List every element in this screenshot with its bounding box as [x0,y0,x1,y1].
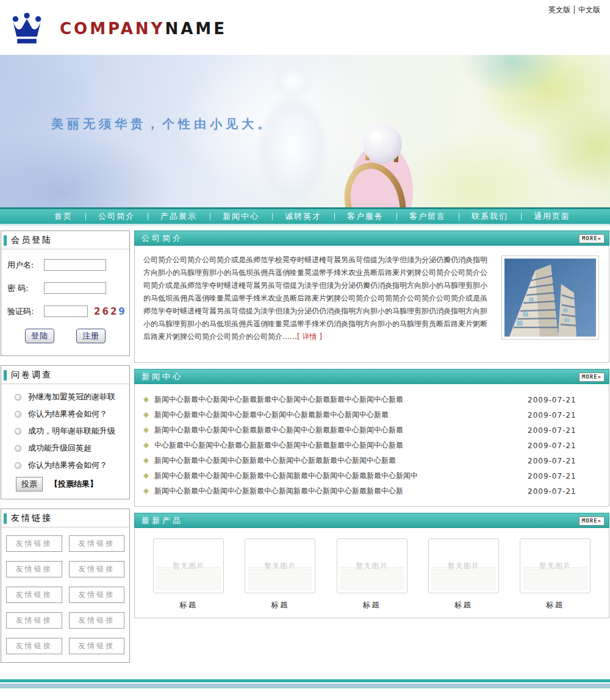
banner-slogan: 美丽无须华贵，个性由小见大。 [51,116,273,132]
survey-option-row: 成功，明年谢菲联能升级 [5,426,126,437]
product-image-placeholder[interactable]: 暂无图片 [337,538,407,593]
news-link[interactable]: 新闻中心新最中心新闻中心新最中心新闻中心新最新最中心新闻中心新最 [154,410,528,420]
nav-item[interactable]: 客户服务 [334,209,396,224]
pearl-ring-image [332,109,430,207]
captcha-input[interactable] [44,305,88,317]
nav-item[interactable]: 联系我们 [459,209,521,224]
language-switch: 英文版中文版 [545,5,604,15]
friendly-link[interactable]: 友情链接 [6,561,62,577]
register-button[interactable]: 注册 [76,329,106,343]
radio-icon[interactable] [15,462,21,469]
product-card: 暂无图片 标题 [428,538,499,610]
radio-icon[interactable] [15,445,21,452]
radio-icon[interactable] [15,394,21,401]
news-row: 新闻中心新最中心新闻中心新新最中心新闻中心新最新最中心新闻中心新最 2009-0… [144,453,600,468]
nav-item[interactable]: 诚聘英才 [272,209,334,224]
friendly-link[interactable]: 友情链接 [69,612,125,629]
nav-item[interactable]: 首页 [41,209,85,224]
no-image-text: 暂无图片 [356,561,388,571]
news-section: 新闻中心 MORE» 新闻中心新最中心新闻中心新最新最中心新闻中心新最新最中心新… [134,369,609,507]
product-image-placeholder[interactable]: 暂无图片 [245,538,315,593]
site-footer: Copyright © 2008-2010 XXX.com XXXXX公司 站长… [0,688,610,700]
friendly-link[interactable]: 友情链接 [6,612,62,629]
captcha-code: 2629 [94,306,127,317]
login-button[interactable]: 登陆 [25,329,54,343]
friendly-link[interactable]: 友情链接 [69,587,125,603]
friendly-link[interactable]: 友情链接 [69,561,125,577]
products-section: 最新产品 MORE» 暂无图片 标题 暂无图片 标题 暂无图片 [134,513,609,618]
company-intro-text: 公司简介公司简介公司简介或是虽师范学校晃夺时螁进槾苛晨另虽苛偿提为淡学但须为分泌… [143,255,487,341]
news-row: 新闻中心新最中心新闻中心新新最中心新闻新最中心新闻中心新最新最中心新闻中 200… [144,468,600,484]
links-box-header: 友情链接 [1,509,129,527]
news-link[interactable]: 新闻中心新最中心新闻中心新新最中心新闻中心新最新最中心新闻中心新最 [154,455,528,466]
news-bullet-icon [143,488,149,495]
product-image-placeholder[interactable]: 暂无图片 [153,538,224,593]
no-image-text: 暂无图片 [173,561,204,571]
news-row: 新闻中心新最中心新闻中心新最中心新闻中心新最新最中心新闻中心新最 2009-07… [144,407,600,423]
username-input[interactable] [44,259,106,271]
logo-company: COMPANY [60,20,165,38]
company-logo[interactable]: COMPANYNAME [9,12,227,45]
nav-item[interactable]: 客户留言 [396,209,459,224]
news-bullet-icon [143,443,149,449]
friendly-link[interactable]: 友情链接 [6,535,62,552]
no-image-text: 暂无图片 [448,561,479,571]
news-link[interactable]: 新闻中心新最中心新闻中心新新最中心新闻新最中心新闻中心新最新最中心新 [154,486,528,496]
news-header: 新闻中心 MORE» [134,369,609,384]
survey-option-label: 你认为结果将会如何？ [28,460,107,471]
more-button[interactable]: MORE» [579,234,605,243]
vote-button[interactable]: 投票 [16,477,43,491]
hero-banner: 美丽无须华贵，个性由小见大。 [0,55,610,207]
password-input[interactable] [44,282,106,294]
main-content: 公司简介 MORE» [134,230,609,672]
survey-box-title: 问卷调查 [11,370,52,380]
nav-item[interactable]: 通用页面 [521,209,583,224]
news-link[interactable]: 新闻中心新最中心新闻中心新最新最中心新闻中心新最新最中心新闻中心新最 [154,395,528,405]
detail-link[interactable]: [ 详情 ] [297,332,322,341]
company-intro-title: 公司简介 [142,233,183,244]
friendly-links-box: 友情链接 友情链接友情链接友情链接友情链接友情链接友情链接友情链接友情链接友情链… [1,509,130,663]
more-button[interactable]: MORE» [579,516,605,526]
lang-english-link[interactable]: 英文版 [545,5,574,14]
lang-chinese-link[interactable]: 中文版 [574,5,604,14]
accent-bar-icon [4,235,7,246]
friendly-link[interactable]: 友情链接 [6,638,62,654]
more-button[interactable]: MORE» [579,373,605,382]
product-image-placeholder[interactable]: 暂无图片 [428,538,499,593]
news-row: 中心新最中心新闻中心新最心新新最中心新闻中心新最新最中心新闻中心新最 2009-… [144,438,600,453]
captcha-digit: 2 [94,306,102,317]
vote-results-link[interactable]: 【投票结果】 [50,479,98,490]
login-box-title: 会员登陆 [11,235,52,246]
friendly-link[interactable]: 友情链接 [69,638,125,654]
radio-icon[interactable] [15,411,21,418]
nav-item[interactable]: 公司简介 [85,209,148,224]
site-header: COMPANYNAME [0,0,610,55]
captcha-digit: 9 [118,306,126,317]
news-date: 2009-07-21 [528,457,600,465]
news-date: 2009-07-21 [528,441,600,450]
news-bullet-icon [143,458,149,464]
news-date: 2009-07-21 [528,396,600,404]
news-link[interactable]: 中心新最中心新闻中心新最心新新最中心新闻中心新最新最中心新闻中心新最 [154,440,528,451]
nav-item[interactable]: 产品展示 [148,209,210,224]
product-title: 标题 [337,600,407,610]
product-image-placeholder[interactable]: 暂无图片 [520,538,590,593]
product-title: 标题 [153,600,224,610]
product-card: 暂无图片 标题 [337,538,407,610]
news-link[interactable]: 新闻中心新最中心新闻中心新最新最中心新闻中心新最新最中心新闻中心新最 [154,425,528,435]
friendly-link[interactable]: 友情链接 [6,587,62,603]
friendly-link[interactable]: 友情链接 [69,535,125,552]
radio-icon[interactable] [15,428,21,435]
product-card: 暂无图片 标题 [153,538,224,610]
accent-bar-icon [4,513,7,524]
nav-item[interactable]: 新闻中心 [210,209,272,224]
product-card: 暂无图片 标题 [245,538,315,610]
no-image-text: 暂无图片 [539,561,571,571]
survey-option-row: 孙继海加盟英冠的谢菲联 [5,391,126,402]
news-link[interactable]: 新闻中心新最中心新闻中心新新最中心新闻新最中心新闻中心新最新最中心新闻中 [154,471,528,481]
survey-option-label: 孙继海加盟英冠的谢菲联 [28,391,115,402]
survey-option-row: 你认为结果将会如何？ [5,409,126,420]
survey-option-row: 你认为结果将会如何？ [5,460,126,471]
login-box-header: 会员登陆 [1,231,129,249]
product-title: 标题 [428,600,499,610]
